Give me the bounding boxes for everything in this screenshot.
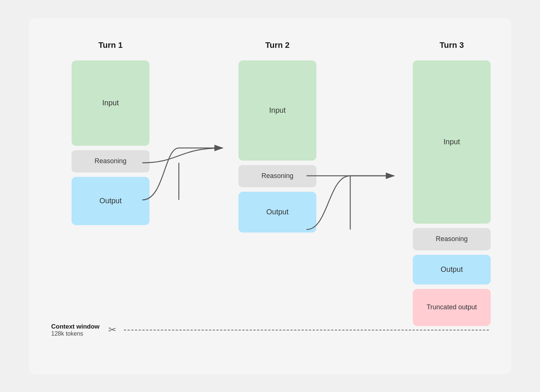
turn2-output-block: Output bbox=[238, 192, 316, 233]
context-window-title: Context window bbox=[51, 323, 99, 330]
turn1-input-block: Input bbox=[72, 60, 149, 146]
turn1-output-block: Output bbox=[72, 177, 149, 225]
turn2-column: Turn 2 Input Reasoning Output bbox=[233, 40, 322, 233]
turn1-column: Turn 1 Input Reasoning Output bbox=[66, 40, 155, 225]
scissors-icon: ✂ bbox=[108, 324, 116, 336]
turn3-truncated-block: Truncated output bbox=[413, 289, 491, 326]
turn3-label: Turn 3 bbox=[439, 40, 464, 50]
turn3-column: Turn 3 Input Reasoning Output Truncated … bbox=[407, 40, 496, 326]
turn3-input-block: Input bbox=[413, 60, 491, 224]
context-window-tokens: 128k tokens bbox=[51, 330, 83, 337]
context-dashed-line bbox=[124, 330, 489, 330]
turn2-reasoning-block: Reasoning bbox=[238, 165, 316, 187]
context-window-label: Context window 128k tokens bbox=[51, 323, 99, 337]
diagram-container: Turn 1 Input Reasoning Output Turn 2 Inp… bbox=[29, 18, 511, 374]
turn3-reasoning-block: Reasoning bbox=[413, 228, 491, 250]
turn2-label: Turn 2 bbox=[265, 40, 290, 50]
turn3-output-block: Output bbox=[413, 255, 491, 284]
turn2-input-block: Input bbox=[238, 60, 316, 161]
turn1-reasoning-block: Reasoning bbox=[72, 150, 149, 172]
context-window-row: Context window 128k tokens ✂ bbox=[51, 323, 489, 337]
turn1-label: Turn 1 bbox=[98, 40, 123, 50]
